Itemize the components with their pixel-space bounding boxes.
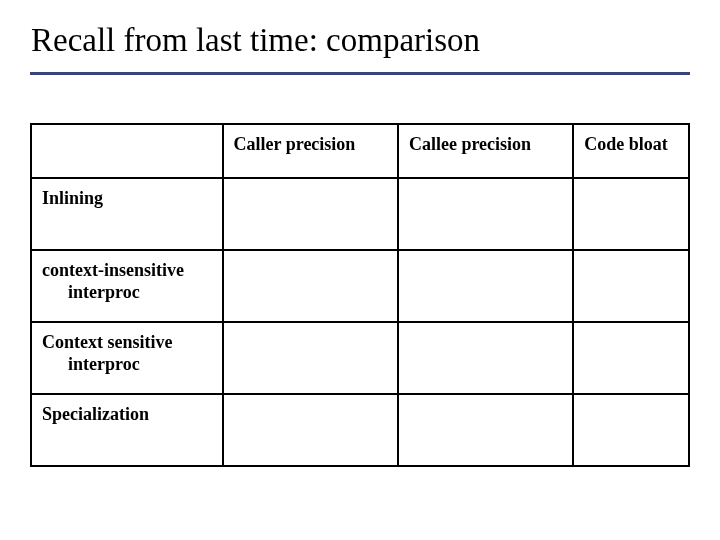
table-row: context-insensitive interproc (31, 250, 689, 322)
header-caller-precision: Caller precision (223, 124, 398, 178)
header-code-bloat: Code bloat (573, 124, 689, 178)
cell (398, 178, 573, 250)
row-label-context-insensitive: context-insensitive interproc (31, 250, 223, 322)
slide: Recall from last time: comparison Caller… (0, 0, 720, 540)
cell (573, 322, 689, 394)
cell (573, 250, 689, 322)
cell (223, 250, 398, 322)
cell (398, 250, 573, 322)
comparison-table: Caller precision Callee precision Code b… (30, 123, 690, 467)
header-callee-precision: Callee precision (398, 124, 573, 178)
cell (573, 178, 689, 250)
row-label-indent: interproc (42, 281, 212, 304)
row-label-text: Context sensitive (42, 332, 172, 352)
row-label-text: Inlining (42, 188, 103, 208)
row-label-context-sensitive: Context sensitive interproc (31, 322, 223, 394)
title-rule (30, 72, 690, 75)
cell (223, 178, 398, 250)
row-label-specialization: Specialization (31, 394, 223, 466)
row-label-text: Specialization (42, 404, 149, 424)
table-header-row: Caller precision Callee precision Code b… (31, 124, 689, 178)
cell (398, 322, 573, 394)
row-label-inlining: Inlining (31, 178, 223, 250)
table-row: Context sensitive interproc (31, 322, 689, 394)
table-row: Inlining (31, 178, 689, 250)
row-label-indent: interproc (42, 353, 212, 376)
page-title: Recall from last time: comparison (31, 22, 690, 60)
cell (223, 322, 398, 394)
title-wrap: Recall from last time: comparison (30, 22, 690, 60)
cell (398, 394, 573, 466)
header-empty (31, 124, 223, 178)
table-row: Specialization (31, 394, 689, 466)
row-label-text: context-insensitive (42, 260, 184, 280)
cell (573, 394, 689, 466)
cell (223, 394, 398, 466)
